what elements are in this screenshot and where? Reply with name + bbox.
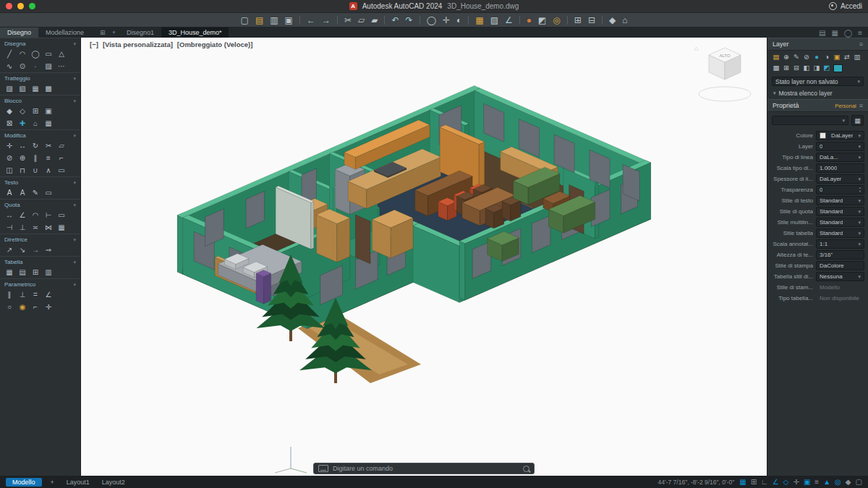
selection-dropdown[interactable]: ▾ bbox=[772, 116, 848, 125]
disegna-tool-1-0-icon[interactable]: ∿ bbox=[3, 61, 16, 72]
layer-state-dropdown[interactable]: Stato layer non salvato ▾ bbox=[772, 77, 864, 86]
disegna-tool-1-1-icon[interactable]: ⊙ bbox=[16, 61, 29, 72]
tabella-tool-0-3-icon[interactable]: ▥ bbox=[42, 267, 55, 278]
testo-tool-0-0-icon[interactable]: A bbox=[3, 187, 16, 198]
layer-tool-0-8-icon[interactable]: ▥ bbox=[852, 52, 862, 61]
property-value-field[interactable]: Standard▾ bbox=[816, 207, 864, 216]
modifica-tool-1-1-icon[interactable]: ⊕ bbox=[16, 153, 29, 163]
redo-icon[interactable]: ↷ bbox=[406, 16, 413, 25]
document-tabs-menu-icon[interactable]: ⊞ bbox=[97, 27, 109, 38]
layer-tool-0-4-icon[interactable]: ● bbox=[812, 52, 822, 61]
quota-tool-1-2-icon[interactable]: ≍ bbox=[29, 222, 42, 233]
tratteggio-tool-0-0-icon[interactable]: ▨ bbox=[3, 83, 16, 94]
layer-tool-0-2-icon[interactable]: ✎ bbox=[791, 52, 801, 61]
property-value-field[interactable]: 0▾ bbox=[816, 142, 864, 151]
layer-tool-1-3-icon[interactable]: ◧ bbox=[801, 63, 812, 72]
modifica-tool-2-4-icon[interactable]: ▭ bbox=[55, 165, 68, 176]
layer-tool-0-5-icon[interactable]: ◑ bbox=[822, 52, 832, 61]
new-drawing-tab-button[interactable]: + bbox=[109, 27, 119, 38]
palette-section-tratteggio[interactable]: Tratteggio▾ bbox=[0, 72, 80, 82]
isolate-objects-icon[interactable]: ◆ bbox=[846, 478, 851, 486]
cut-icon[interactable]: ✂ bbox=[344, 16, 352, 25]
property-value-field[interactable]: DaLayer▾ bbox=[816, 174, 864, 184]
print-icon[interactable]: ▣ bbox=[285, 16, 293, 25]
layer-tool-1-4-icon[interactable]: ◨ bbox=[812, 63, 822, 72]
palette-section-quota[interactable]: Quota▾ bbox=[0, 199, 80, 209]
tratteggio-tool-0-1-icon[interactable]: ▧ bbox=[16, 83, 29, 94]
testo-tool-0-2-icon[interactable]: ✎ bbox=[29, 187, 42, 198]
parametrico-tool-0-0-icon[interactable]: ∥ bbox=[3, 289, 16, 300]
viewport-control-menu[interactable]: [−] bbox=[90, 40, 98, 48]
property-value-field[interactable]: 3/16" bbox=[816, 250, 864, 260]
new-file-icon[interactable]: ▢ bbox=[241, 16, 249, 25]
layer-tool-1-2-icon[interactable]: ⊟ bbox=[791, 63, 801, 72]
property-value-field[interactable]: 0▴▾ bbox=[816, 185, 864, 194]
lineweight-icon[interactable]: ≡ bbox=[814, 478, 819, 486]
tratteggio-tool-0-2-icon[interactable]: ▦ bbox=[29, 83, 42, 94]
tab-layout2[interactable]: Layout2 bbox=[98, 478, 129, 487]
match-properties-icon[interactable]: ▨ bbox=[490, 16, 498, 25]
tabella-tool-0-0-icon[interactable]: ▦ bbox=[3, 267, 16, 278]
open-file-icon[interactable]: ▤ bbox=[255, 16, 263, 25]
property-value-field[interactable]: 1.0000 bbox=[816, 163, 864, 173]
menu-icon[interactable]: ≡ bbox=[858, 29, 862, 37]
grid-icon[interactable]: ▦ bbox=[739, 478, 746, 486]
layer-properties-icon[interactable]: ▦ bbox=[475, 16, 483, 25]
copy-icon[interactable]: ▱ bbox=[358, 16, 365, 25]
modifica-tool-0-0-icon[interactable]: ✛ bbox=[3, 140, 16, 151]
property-value-field[interactable]: Standard▾ bbox=[816, 196, 864, 205]
layer-panel-menu-icon[interactable]: ≡ bbox=[859, 40, 863, 48]
ribbon-tab-disegno[interactable]: Disegno bbox=[0, 27, 38, 38]
minimize-window-icon[interactable] bbox=[17, 3, 24, 9]
modifica-tool-0-4-icon[interactable]: ▱ bbox=[55, 140, 68, 151]
snap-icon[interactable]: ⊞ bbox=[751, 478, 757, 486]
layer-tool-0-6-icon[interactable]: ▣ bbox=[832, 52, 842, 61]
layer-tool-0-7-icon[interactable]: ⇄ bbox=[842, 52, 852, 61]
lights-icon[interactable]: ◎ bbox=[553, 16, 560, 25]
doc-tab[interactable]: Disegno1 bbox=[119, 27, 161, 38]
search-icon[interactable]: ◯ bbox=[844, 29, 852, 37]
modifica-tool-1-0-icon[interactable]: ⊘ bbox=[3, 153, 16, 163]
modifica-tool-0-2-icon[interactable]: ↻ bbox=[29, 140, 42, 151]
layer-tool-0-3-icon[interactable]: ⊘ bbox=[801, 52, 812, 61]
back-arrow-icon[interactable]: ← bbox=[307, 16, 315, 25]
doc-tab[interactable]: 3D_House_demo* bbox=[161, 27, 229, 38]
palette-section-parametrico[interactable]: Parametrico▾ bbox=[0, 278, 80, 288]
layer-tool-0-1-icon[interactable]: ⊕ bbox=[781, 52, 791, 61]
direttrice-tool-0-2-icon[interactable]: → bbox=[29, 244, 42, 255]
blocco-tool-1-1-icon[interactable]: ✚ bbox=[16, 118, 29, 129]
xref-icon[interactable]: ⌂ bbox=[622, 16, 627, 25]
quota-tool-0-4-icon[interactable]: ▭ bbox=[55, 210, 68, 221]
testo-tool-0-3-icon[interactable]: ▭ bbox=[42, 187, 55, 198]
blocco-tool-0-0-icon[interactable]: ◆ bbox=[3, 106, 16, 116]
ortho-icon[interactable]: ∟ bbox=[761, 478, 768, 486]
property-value-field[interactable]: DaLayer▾ bbox=[816, 131, 864, 140]
osnap-icon[interactable]: ◇ bbox=[783, 478, 789, 486]
ungroup-icon[interactable]: ⊟ bbox=[588, 16, 595, 25]
palette-section-modifica[interactable]: Modifica▾ bbox=[0, 129, 80, 140]
render-icon[interactable]: ● bbox=[527, 16, 532, 25]
modifica-tool-0-1-icon[interactable]: ↔ bbox=[16, 140, 29, 151]
grid-view-icon[interactable]: ▦ bbox=[832, 29, 838, 37]
modifica-tool-2-3-icon[interactable]: ∧ bbox=[42, 165, 55, 176]
direttrice-tool-0-0-icon[interactable]: ↗ bbox=[3, 244, 16, 255]
property-value-field[interactable]: Standard▾ bbox=[816, 218, 864, 227]
parametrico-tool-1-2-icon[interactable]: ⌐ bbox=[29, 301, 42, 312]
tabella-tool-0-2-icon[interactable]: ⊞ bbox=[29, 267, 42, 278]
disegna-tool-1-4-icon[interactable]: ⋯ bbox=[55, 61, 68, 72]
direttrice-tool-0-1-icon[interactable]: ↘ bbox=[16, 244, 29, 255]
property-value-field[interactable]: Modello bbox=[816, 283, 864, 292]
tab-model[interactable]: Modello bbox=[6, 478, 42, 487]
disegna-tool-1-2-icon[interactable]: ∙ bbox=[29, 61, 42, 72]
modifica-tool-1-3-icon[interactable]: ≡ bbox=[42, 153, 55, 163]
blocco-tool-0-1-icon[interactable]: ◇ bbox=[16, 106, 29, 116]
close-window-icon[interactable] bbox=[6, 3, 12, 9]
panel-toggle-icon[interactable]: ▤ bbox=[819, 29, 825, 37]
layer-tool-0-0-icon[interactable]: ▤ bbox=[771, 52, 781, 61]
workspace-icon[interactable]: ◎ bbox=[835, 478, 841, 486]
view-control[interactable]: [Vista personalizzata] bbox=[103, 40, 173, 48]
block-icon[interactable]: ◆ bbox=[609, 16, 616, 25]
annotation-scale-icon[interactable]: ▲ bbox=[823, 478, 830, 486]
quota-tool-0-3-icon[interactable]: ⊢ bbox=[42, 210, 55, 221]
modifica-tool-2-2-icon[interactable]: ∪ bbox=[29, 165, 42, 176]
